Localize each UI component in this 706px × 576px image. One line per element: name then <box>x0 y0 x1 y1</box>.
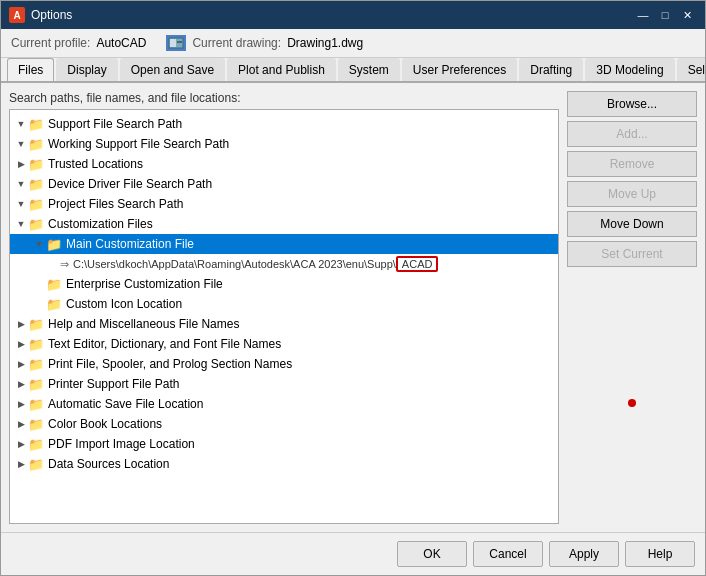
tab-drafting[interactable]: Drafting <box>519 58 583 81</box>
tree-label: Device Driver File Search Path <box>48 177 212 191</box>
tree-item-enterprise[interactable]: 📁 Enterprise Customization File <box>10 274 558 294</box>
expand-icon[interactable]: ▶ <box>14 417 28 431</box>
options-window: A Options — □ ✕ Current profile: AutoCAD… <box>0 0 706 576</box>
set-current-button[interactable]: Set Current <box>567 241 697 267</box>
tree-label: Enterprise Customization File <box>66 277 223 291</box>
status-indicator <box>628 399 636 407</box>
current-drawing-label: Current drawing: <box>192 36 281 50</box>
tree-label: Help and Miscellaneous File Names <box>48 317 239 331</box>
expand-icon[interactable]: ▼ <box>14 117 28 131</box>
tree-item-customization[interactable]: ▼ 📁 Customization Files <box>10 214 558 234</box>
drawing-icon <box>166 35 186 51</box>
tree-item-print-file[interactable]: ▶ 📁 Print File, Spooler, and Prolog Sect… <box>10 354 558 374</box>
folder-icon: 📁 <box>28 417 44 432</box>
tree-label: Printer Support File Path <box>48 377 179 391</box>
folder-icon: 📁 <box>28 157 44 172</box>
expand-spacer <box>32 297 46 311</box>
expand-icon[interactable]: ▶ <box>14 437 28 451</box>
tab-selection[interactable]: Selection <box>677 58 705 81</box>
close-button[interactable]: ✕ <box>677 6 697 24</box>
folder-icon: 📁 <box>28 397 44 412</box>
tabs-bar: Files Display Open and Save Plot and Pub… <box>1 58 705 83</box>
tree-label: Working Support File Search Path <box>48 137 229 151</box>
tree-container[interactable]: ▼ 📁 Support File Search Path ▼ 📁 Working… <box>9 109 559 524</box>
expand-icon[interactable]: ▶ <box>14 357 28 371</box>
tab-open-save[interactable]: Open and Save <box>120 58 225 81</box>
tree-item-help-misc[interactable]: ▶ 📁 Help and Miscellaneous File Names <box>10 314 558 334</box>
cancel-button[interactable]: Cancel <box>473 541 543 567</box>
tree-item-project-files[interactable]: ▼ 📁 Project Files Search Path <box>10 194 558 214</box>
tree-item-device-driver[interactable]: ▼ 📁 Device Driver File Search Path <box>10 174 558 194</box>
move-down-button[interactable]: Move Down <box>567 211 697 237</box>
expand-icon[interactable]: ▼ <box>14 177 28 191</box>
apply-button[interactable]: Apply <box>549 541 619 567</box>
folder-icon: 📁 <box>28 337 44 352</box>
title-bar: A Options — □ ✕ <box>1 1 705 29</box>
tree-label: Automatic Save File Location <box>48 397 203 411</box>
tree-label: Trusted Locations <box>48 157 143 171</box>
current-profile-value: AutoCAD <box>96 36 146 50</box>
tree-item-main-customization[interactable]: ▼ 📁 Main Customization File <box>10 234 558 254</box>
path-highlight: ACAD <box>396 256 439 272</box>
tree-item-text-editor[interactable]: ▶ 📁 Text Editor, Dictionary, and Font Fi… <box>10 334 558 354</box>
section-label: Search paths, file names, and file locat… <box>9 91 559 105</box>
tree-label: Main Customization File <box>66 237 194 251</box>
expand-icon[interactable]: ▶ <box>14 157 28 171</box>
browse-button[interactable]: Browse... <box>567 91 697 117</box>
content-area: Search paths, file names, and file locat… <box>1 83 705 532</box>
tree-item-pdf-import[interactable]: ▶ 📁 PDF Import Image Location <box>10 434 558 454</box>
tab-system[interactable]: System <box>338 58 400 81</box>
expand-icon[interactable]: ▼ <box>14 137 28 151</box>
folder-icon: 📁 <box>28 137 44 152</box>
minimize-button[interactable]: — <box>633 6 653 24</box>
help-button[interactable]: Help <box>625 541 695 567</box>
tree-item-auto-save[interactable]: ▶ 📁 Automatic Save File Location <box>10 394 558 414</box>
tree-item-trusted[interactable]: ▶ 📁 Trusted Locations <box>10 154 558 174</box>
window-title: Options <box>31 8 72 22</box>
tab-user-prefs[interactable]: User Preferences <box>402 58 517 81</box>
remove-button[interactable]: Remove <box>567 151 697 177</box>
tab-plot-publish[interactable]: Plot and Publish <box>227 58 336 81</box>
tree-label: Customization Files <box>48 217 153 231</box>
tree-label: Text Editor, Dictionary, and Font File N… <box>48 337 281 351</box>
expand-icon[interactable]: ▼ <box>14 197 28 211</box>
tree-item-data-sources[interactable]: ▶ 📁 Data Sources Location <box>10 454 558 474</box>
tree-item-working-search[interactable]: ▼ 📁 Working Support File Search Path <box>10 134 558 154</box>
tree-item-color-book[interactable]: ▶ 📁 Color Book Locations <box>10 414 558 434</box>
tree-label: Color Book Locations <box>48 417 162 431</box>
left-panel: Search paths, file names, and file locat… <box>9 91 559 524</box>
tab-files[interactable]: Files <box>7 58 54 83</box>
current-profile-label: Current profile: <box>11 36 90 50</box>
path-row[interactable]: ⇒ C:\Users\dkoch\AppData\Roaming\Autodes… <box>10 254 558 274</box>
tab-display[interactable]: Display <box>56 58 117 81</box>
tree-item-printer-support[interactable]: ▶ 📁 Printer Support File Path <box>10 374 558 394</box>
tab-3d-modeling[interactable]: 3D Modeling <box>585 58 674 81</box>
expand-icon[interactable]: ▶ <box>14 377 28 391</box>
maximize-button[interactable]: □ <box>655 6 675 24</box>
expand-icon[interactable]: ▼ <box>32 237 46 251</box>
expand-icon[interactable]: ▶ <box>14 337 28 351</box>
folder-icon: 📁 <box>28 457 44 472</box>
expand-icon[interactable]: ▶ <box>14 397 28 411</box>
tree-label: Support File Search Path <box>48 117 182 131</box>
current-drawing-value: Drawing1.dwg <box>287 36 363 50</box>
ok-button[interactable]: OK <box>397 541 467 567</box>
expand-icon[interactable]: ▶ <box>14 457 28 471</box>
folder-icon: 📁 <box>28 197 44 212</box>
tree-item-custom-icon[interactable]: 📁 Custom Icon Location <box>10 294 558 314</box>
right-panel: Browse... Add... Remove Move Up Move Dow… <box>567 91 697 524</box>
folder-icon: 📁 <box>28 177 44 192</box>
folder-icon: 📁 <box>28 217 44 232</box>
expand-spacer <box>32 277 46 291</box>
tree-label: Project Files Search Path <box>48 197 183 211</box>
expand-icon[interactable]: ▶ <box>14 317 28 331</box>
folder-icon: 📁 <box>46 237 62 252</box>
folder-icon: 📁 <box>28 357 44 372</box>
expand-icon[interactable]: ▼ <box>14 217 28 231</box>
tree-label: Data Sources Location <box>48 457 169 471</box>
path-arrow-icon: ⇒ <box>60 258 69 271</box>
add-button[interactable]: Add... <box>567 121 697 147</box>
folder-icon: 📁 <box>46 297 62 312</box>
move-up-button[interactable]: Move Up <box>567 181 697 207</box>
tree-item-support-search[interactable]: ▼ 📁 Support File Search Path <box>10 114 558 134</box>
